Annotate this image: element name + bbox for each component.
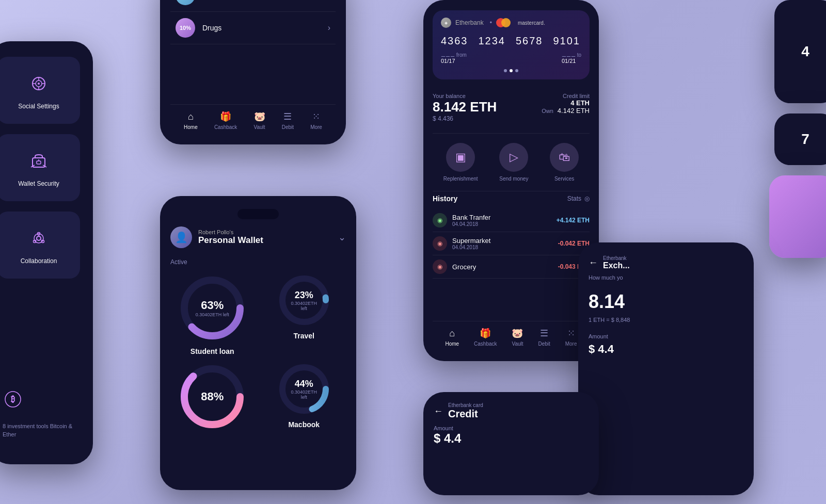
exchange-subtitle: How much yo (589, 274, 743, 281)
svg-text:₿: ₿ (11, 395, 15, 403)
date-to-value: 01/21 (562, 58, 581, 64)
history-item-1[interactable]: ◉ Supermarket 04.04.2018 -0.042 ETH (433, 232, 590, 255)
nav-home[interactable]: ⌂ Home (184, 111, 198, 130)
far-right-mid-phone: 7 (774, 113, 826, 165)
bitcoin-icon: ₿ (0, 386, 26, 412)
sidebar-item-collaboration[interactable]: Collaboration (0, 212, 80, 279)
cashback-phone: 5% Fashion ✓ 10% Drugs › ⌂ Home 🎁 Cashba… (160, 0, 346, 144)
stats-icon: ◎ (584, 195, 590, 202)
eth-logo-icon: ◈ (441, 18, 451, 28)
carousel-dots (441, 69, 581, 72)
sidebar-item-security[interactable]: Wallet Security (0, 134, 80, 201)
exchange-amount-value: $ 4.4 (589, 343, 743, 356)
card-group-2: 1234 (479, 35, 506, 47)
sidebar-social-label: Social Settings (18, 103, 59, 110)
svg-line-16 (41, 240, 42, 240)
svg-point-13 (42, 240, 44, 243)
card-number: 4363 1234 5678 9101 (441, 35, 581, 47)
credit-amount-label: Amount (434, 425, 589, 431)
history-header: History Stats ◎ (433, 194, 590, 203)
date-to-label: ⚊⚊⚊ to (562, 52, 581, 58)
balance-label: Your balance (433, 93, 497, 99)
category-item-drugs[interactable]: 10% Drugs › (170, 12, 336, 44)
chart-travel: 23% 0.30402ETH left Travel (262, 272, 346, 355)
exchange-back-arrow-icon[interactable]: ← (589, 257, 598, 268)
card-group-4: 9101 (553, 35, 581, 47)
grocery-icon: ◉ (433, 259, 447, 274)
social-icon (26, 71, 52, 96)
student-loan-percent: 63% (196, 299, 229, 312)
eth-nav-debit[interactable]: ☰ Debit (538, 328, 550, 347)
date-from-label: ⚊⚊⚊ from (441, 52, 467, 58)
services-btn[interactable]: 🛍 Services (550, 143, 579, 182)
charts-grid: 63% 0.30402ETH left Student loan (170, 272, 346, 355)
gradient-block (769, 175, 826, 258)
chart-88-donut: 88% (176, 361, 248, 433)
svg-line-17 (36, 240, 37, 240)
history-item-2[interactable]: ◉ Grocery -0.043 ETH (433, 255, 590, 279)
credit-back-arrow-icon[interactable]: ← (434, 406, 443, 417)
sidebar-item-social[interactable]: Social Settings (0, 57, 80, 124)
svg-point-2 (38, 83, 40, 85)
chart-88: 88% (170, 361, 255, 433)
stats-btn[interactable]: Stats ◎ (567, 195, 590, 202)
travel-percent: 23% (290, 290, 318, 301)
balance-usd: $ 4.436 (433, 115, 497, 122)
exchange-amount-label: Amount (589, 333, 743, 339)
exchange-bank-label: Etherbank (603, 255, 743, 261)
sidebar-phone: Social Settings Wallet Security (0, 41, 93, 464)
card-dates: ⚊⚊⚊ from 01/17 ⚊⚊⚊ to 01/21 (441, 52, 581, 64)
svg-point-14 (34, 240, 36, 243)
card-logos: ◈ Etherbank • mastercard. (441, 18, 581, 28)
macbook-percent: 44% (290, 379, 318, 389)
eth-nav-cashback[interactable]: 🎁 Cashback (474, 328, 497, 347)
student-loan-donut: 63% 0.30402ETH left (176, 272, 248, 344)
stats-label: Stats (567, 195, 581, 202)
bank-transfer-amount: +4.142 ETH (557, 217, 590, 224)
eth-nav-vault[interactable]: 🐷 Vault (512, 328, 523, 347)
student-loan-label: Student loan (190, 347, 234, 355)
history-item-0[interactable]: ◉ Bank Tranfer 04.04.2018 +4.142 ETH (433, 209, 590, 232)
svg-rect-7 (33, 158, 45, 167)
mastercard-logo (496, 18, 511, 27)
fashion-check: ✓ (324, 0, 330, 1)
nav-debit[interactable]: ☰ Debit (282, 111, 294, 130)
macbook-label: Macbook (288, 420, 320, 429)
macbook-donut: 44% 0.30402ETH left (276, 361, 332, 417)
send-money-btn[interactable]: ▷ Send money (499, 143, 528, 182)
travel-sub: 0.30402ETH left (290, 301, 318, 311)
drugs-arrow: › (328, 23, 330, 32)
credit-title: Credit (448, 408, 483, 420)
card-group-3: 5678 (516, 35, 543, 47)
etherbank-name: Etherbank (455, 19, 484, 26)
supermarket-name: Supermarket (452, 237, 558, 245)
eth-nav-home[interactable]: ⌂ Home (445, 328, 459, 347)
credit-limit-label: Credit limit (542, 93, 590, 99)
nav-cashback[interactable]: 🎁 Cashback (214, 111, 237, 130)
chart-macbook: 44% 0.30402ETH left Macbook (262, 361, 346, 433)
eth-nav-more[interactable]: ⁙ More (565, 328, 577, 347)
active-label: Active (170, 258, 346, 266)
charts-grid-2: 88% (170, 361, 346, 433)
etherbank-phone: ◈ Etherbank • mastercard. 4363 1234 5678… (423, 0, 599, 361)
bank-transfer-date: 04.04.2018 (452, 221, 557, 227)
own-value: 4.142 ETH (558, 107, 590, 115)
supermarket-amount: -0.042 ETH (558, 240, 590, 247)
user-avatar: 👤 (170, 226, 192, 248)
supermarket-icon: ◉ (433, 236, 447, 251)
dot-2 (510, 69, 513, 72)
student-loan-sub: 0.30402ETH left (196, 312, 229, 317)
fashion-percent: 5% (176, 0, 195, 5)
wallet-name: Personal Wallet (198, 235, 338, 246)
category-item-fashion[interactable]: 5% Fashion ✓ (170, 0, 336, 12)
dot-1 (504, 69, 507, 72)
dot-3 (515, 69, 518, 72)
replenishment-btn[interactable]: ▣ Replenishment (443, 143, 478, 182)
grocery-name: Grocery (452, 263, 558, 271)
dropdown-arrow-icon[interactable]: ⌄ (338, 232, 346, 243)
nav-more[interactable]: ⁙ More (310, 111, 322, 130)
exchange-rate: 1 ETH = $ 8,848 (589, 317, 743, 323)
card-group-1: 4363 (441, 35, 468, 47)
travel-donut: 23% 0.30402ETH left (276, 272, 332, 329)
nav-vault[interactable]: 🐷 Vault (253, 111, 265, 130)
